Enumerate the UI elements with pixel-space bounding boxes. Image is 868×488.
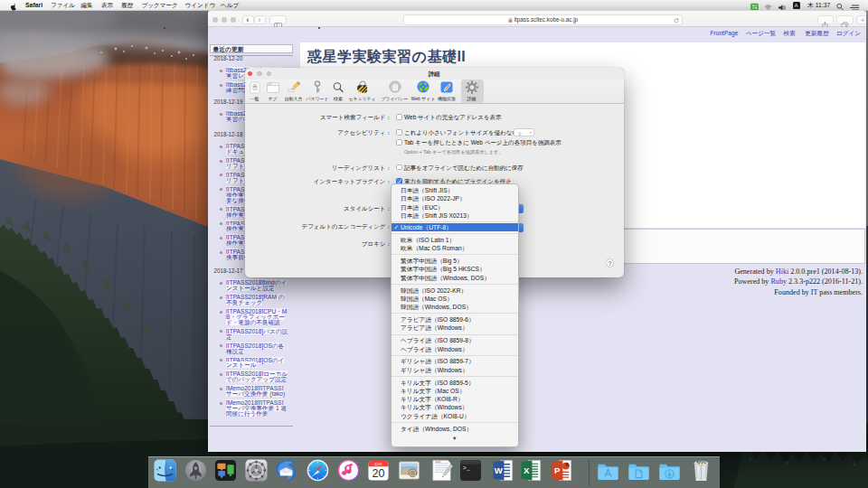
svg-text:>_: >_ [463, 465, 471, 472]
svg-text:P: P [554, 465, 561, 475]
svg-text:X: X [524, 465, 530, 475]
svg-text:W: W [494, 465, 503, 475]
svg-text:12月: 12月 [374, 461, 382, 465]
svg-text:20: 20 [373, 466, 385, 479]
